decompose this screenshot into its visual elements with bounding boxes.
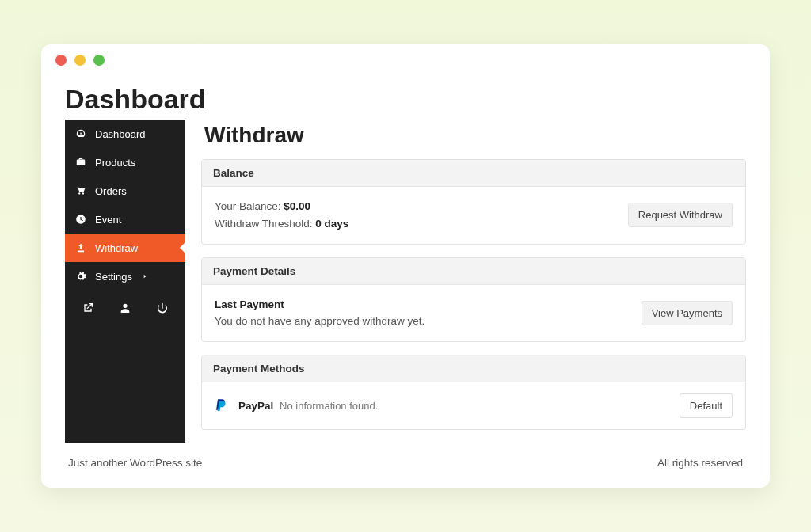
balance-panel: Balance Your Balance: $0.00 Withdraw Thr…	[201, 159, 746, 244]
main-content: Withdraw Balance Your Balance: $0.00 Wit…	[201, 120, 746, 442]
content-area: Dashboard Dashboard Products	[41, 76, 770, 481]
payment-method-row: PayPal No information found. Default	[202, 382, 745, 429]
page-title: Dashboard	[65, 76, 746, 120]
your-balance-value: $0.00	[284, 200, 310, 212]
sidebar-item-event[interactable]: Event	[65, 205, 185, 234]
balance-header: Balance	[202, 160, 745, 187]
footer-left: Just another WordPress site	[68, 457, 202, 469]
footer-right: All rights reserved	[657, 457, 743, 469]
paypal-icon	[215, 398, 227, 412]
sidebar-item-dashboard[interactable]: Dashboard	[65, 120, 185, 148]
sidebar-item-settings[interactable]: Settings	[65, 262, 185, 291]
footer: Just another WordPress site All rights r…	[65, 443, 746, 473]
sidebar-bottom-icons	[65, 291, 185, 325]
user-icon[interactable]	[119, 302, 131, 314]
sidebar: Dashboard Products Orders	[65, 120, 185, 442]
sidebar-item-products[interactable]: Products	[65, 148, 185, 177]
window-titlebar	[41, 44, 770, 76]
payment-details-body: Last Payment You do not have any approve…	[202, 285, 745, 341]
layout: Dashboard Products Orders	[65, 120, 746, 442]
sidebar-item-label: Withdraw	[95, 242, 138, 254]
method-info: No information found.	[280, 400, 378, 412]
sidebar-spacer	[65, 325, 185, 442]
app-window: Dashboard Dashboard Products	[41, 44, 770, 487]
upload-icon	[74, 241, 87, 254]
gear-icon	[74, 270, 87, 283]
last-payment-empty: You do not have any approved withdraw ye…	[215, 315, 425, 327]
payment-details-header: Payment Details	[202, 258, 745, 285]
sidebar-item-label: Orders	[95, 185, 127, 197]
method-name: PayPal	[238, 400, 273, 412]
sidebar-item-label: Dashboard	[95, 128, 146, 140]
briefcase-icon	[74, 156, 87, 169]
window-close-icon[interactable]	[55, 55, 67, 66]
your-balance-label: Your Balance:	[215, 200, 281, 212]
default-button[interactable]: Default	[680, 393, 733, 418]
main-title: Withdraw	[201, 123, 746, 159]
balance-body: Your Balance: $0.00 Withdraw Threshold: …	[202, 187, 745, 243]
payment-details-panel: Payment Details Last Payment You do not …	[201, 257, 746, 342]
sidebar-item-label: Settings	[95, 271, 132, 283]
window-maximize-icon[interactable]	[93, 55, 105, 66]
gauge-icon	[74, 127, 87, 140]
balance-text: Your Balance: $0.00 Withdraw Threshold: …	[215, 198, 348, 232]
payment-methods-header: Payment Methods	[202, 355, 745, 382]
method-text: PayPal No information found.	[238, 400, 378, 412]
payment-details-text: Last Payment You do not have any approve…	[215, 296, 425, 330]
cart-icon	[74, 184, 87, 197]
method-left: PayPal No information found.	[215, 398, 378, 412]
clock-icon	[74, 213, 87, 226]
window-minimize-icon[interactable]	[74, 55, 86, 66]
sidebar-item-withdraw[interactable]: Withdraw	[65, 234, 185, 262]
view-payments-button[interactable]: View Payments	[642, 301, 733, 325]
sidebar-item-orders[interactable]: Orders	[65, 177, 185, 205]
request-withdraw-button[interactable]: Request Withdraw	[628, 203, 733, 227]
chevron-right-icon	[142, 271, 148, 283]
payment-methods-panel: Payment Methods PayPal No information fo…	[201, 355, 746, 430]
sidebar-item-label: Event	[95, 214, 121, 226]
external-link-icon[interactable]	[82, 302, 94, 314]
threshold-label: Withdraw Threshold:	[215, 218, 313, 230]
sidebar-item-label: Products	[95, 157, 135, 169]
power-icon[interactable]	[156, 302, 169, 314]
last-payment-label: Last Payment	[215, 298, 284, 310]
threshold-value: 0 days	[315, 218, 348, 230]
